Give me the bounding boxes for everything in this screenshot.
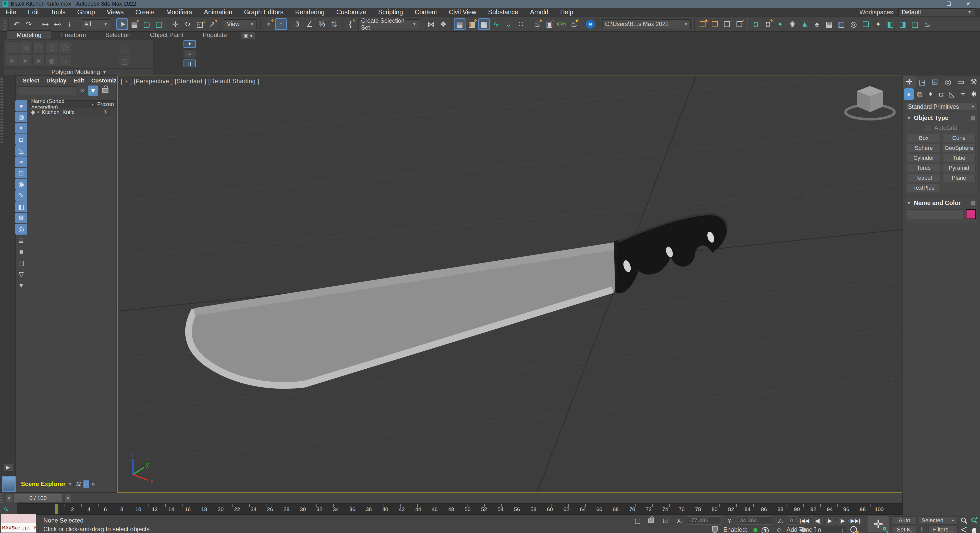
panel-left-icon[interactable]: ◧ — [885, 18, 896, 30]
absolute-mode-icon[interactable]: ⊡ — [662, 517, 668, 525]
set-keys-button[interactable]: ✛ — [867, 516, 889, 532]
pin-rollout-icon[interactable]: ▦ — [971, 200, 976, 206]
ribbon-tab[interactable]: Freeform — [51, 31, 95, 39]
primitive-button[interactable]: Cylinder — [907, 154, 940, 162]
filter-lights-icon[interactable]: ✦ — [15, 123, 27, 134]
undo-icon[interactable]: ↶ — [11, 18, 22, 30]
filter-frozen-icon[interactable]: ❆ — [15, 213, 27, 223]
scene-explorer-header[interactable]: Name (Sorted Ascending) ▲ Frozen — [29, 100, 116, 108]
tab-create[interactable]: ✛ — [903, 76, 916, 88]
pine-tree-icon[interactable]: ♠ — [811, 18, 823, 30]
key-filter-icon[interactable]: ⚷ — [920, 526, 924, 532]
menu-item[interactable]: Substance — [482, 8, 524, 16]
y-coordinate-field[interactable]: 34,384 — [738, 516, 772, 525]
select-and-move-icon[interactable]: ✛ — [169, 18, 181, 30]
menu-item[interactable]: Scripting — [372, 8, 409, 16]
mirror-icon[interactable]: ⋈ — [425, 18, 437, 30]
asset-share-icon[interactable]: ❐↗ — [733, 18, 745, 30]
vertex-mode-icon[interactable]: ∵ — [6, 41, 18, 53]
filter-settings-icon[interactable]: ▽ — [15, 269, 27, 280]
renderer-label-icon[interactable]: OVN — [556, 18, 568, 30]
listener-badge[interactable]: 1 — [762, 526, 769, 533]
render-setup-icon[interactable]: ▣♨ — [544, 18, 555, 30]
project-folder-icon[interactable]: ❐✱ — [697, 18, 708, 30]
time-configuration-icon[interactable] — [850, 526, 857, 533]
menu-item[interactable]: Animation — [198, 8, 238, 16]
snaps-toggle-icon[interactable]: 3⌒ — [291, 18, 303, 30]
curve-editor-icon[interactable]: ∿ — [490, 18, 502, 30]
object-type-rollout-header[interactable]: ▼ Object Type ▦ — [904, 113, 978, 123]
select-and-place-icon[interactable]: ↗● — [206, 18, 218, 30]
collapse-stack-icon[interactable]: ▥ — [119, 56, 130, 66]
primitive-button[interactable]: Teapot — [907, 174, 940, 182]
camera-icon[interactable]: ◘ — [750, 18, 762, 30]
menu-item[interactable]: Customize — [331, 8, 372, 16]
polygon-mode-icon[interactable]: ▯ — [46, 41, 58, 53]
arnold-icon[interactable]: a — [584, 18, 596, 30]
toggle-scene-explorer-icon[interactable]: ▤ — [454, 18, 466, 30]
filter-xrefs-icon[interactable]: ◉ — [15, 179, 27, 190]
current-frame-field[interactable]: 0 ▲▼ — [816, 526, 846, 533]
tab-motion[interactable]: ◎ — [942, 76, 955, 88]
go-to-end-button[interactable]: ▶▶| — [849, 516, 862, 525]
scene-explorer-title-dropdown[interactable]: Scene Explorer ▾ — [18, 480, 74, 488]
pan-hand-icon[interactable] — [970, 526, 978, 533]
cat-cameras[interactable]: ◘ — [936, 88, 946, 100]
scene-explorer-menu[interactable]: Select — [19, 77, 43, 84]
polygon-modeling-caption[interactable]: Polygon Modeling ▼ — [4, 68, 154, 76]
menu-item[interactable]: Graph Editors — [238, 8, 289, 16]
element-mode-icon[interactable]: ⬠ — [59, 41, 71, 53]
scene-explorer-menu[interactable]: Display — [43, 77, 70, 84]
scene-explorer-menu[interactable]: Edit — [70, 77, 88, 84]
selection-filter-dropdown[interactable]: All▼ — [82, 19, 110, 29]
tab-display[interactable]: ▭ — [954, 76, 967, 88]
scene-explorer-search-input[interactable] — [18, 86, 76, 95]
viewport-canvas[interactable]: x y z — [118, 76, 902, 492]
clear-search-icon[interactable]: ✕ — [78, 87, 86, 95]
align-icon[interactable]: ❖ — [438, 18, 449, 30]
go-to-start-button[interactable]: |◀◀ — [798, 516, 811, 525]
frame-spinner[interactable]: ▲▼ — [842, 528, 844, 533]
slider-grip[interactable] — [0, 494, 3, 503]
scene-object-row[interactable]: ◉ ● Kitchen_Knife ✳ — [29, 108, 116, 116]
menu-item[interactable]: Help — [554, 8, 579, 16]
primitive-button[interactable]: Box — [907, 134, 940, 142]
tree-doc-icon[interactable]: ▥ — [835, 18, 847, 30]
primitive-button[interactable]: Plane — [942, 174, 976, 182]
border-mode-icon[interactable]: ◠ — [32, 41, 45, 53]
maxscript-pink-row[interactable] — [1, 514, 36, 523]
layers-stack-icon[interactable]: ❏ — [860, 18, 872, 30]
menu-item[interactable]: Modifiers — [161, 8, 198, 16]
toggle-ribbon-icon[interactable]: ▦ — [478, 18, 490, 30]
toggle-shaded-icon[interactable]: ✦ — [183, 40, 196, 48]
lock-icon[interactable] — [102, 88, 108, 93]
render-production-icon[interactable]: ♨⚡ — [568, 18, 580, 30]
modify-stack-icon[interactable]: ▤ — [119, 44, 130, 54]
cat-helpers[interactable]: ◺ — [947, 88, 957, 100]
filter-spacewarps-icon[interactable]: ≈ — [15, 156, 27, 167]
toolbar-grip[interactable] — [3, 18, 6, 30]
named-selection-set-dropdown[interactable]: Create Selection Set▼ — [358, 19, 419, 29]
dock-grip[interactable] — [0, 76, 3, 143]
primitive-button[interactable]: TextPlus — [907, 184, 940, 192]
frozen-state-icon[interactable]: ✳ — [97, 109, 115, 115]
object-name-field[interactable] — [907, 209, 963, 219]
unlink-selection-icon[interactable]: ⊷ — [52, 18, 63, 30]
previous-frame-button[interactable]: ◀| — [812, 516, 823, 525]
play-button[interactable]: ▶ — [824, 516, 835, 525]
list-view-icon[interactable]: ≣ — [15, 235, 27, 246]
menu-item[interactable]: Edit — [22, 8, 45, 16]
sun-light-icon[interactable]: ✺ — [787, 18, 798, 30]
field-of-view-icon[interactable] — [959, 526, 968, 533]
ribbon-tab[interactable]: Populate — [193, 31, 237, 39]
asset-link-icon[interactable]: ❐↙ — [721, 18, 733, 30]
filter-bones-icon[interactable]: ✎ — [15, 190, 27, 201]
panel-split-icon[interactable]: ◫ — [909, 18, 921, 30]
filter-hidden-icon[interactable]: ◎ — [15, 224, 27, 235]
shield-icon[interactable] — [712, 526, 718, 533]
idea-bulb-icon[interactable]: ✦ — [872, 18, 884, 30]
viewport-label[interactable]: [ + ] [Perspective ] [Standard ] [Defaul… — [121, 78, 259, 85]
key-filters-button[interactable]: Filters... — [928, 526, 958, 533]
autogrid-checkbox[interactable] — [925, 125, 931, 131]
edit-named-selection-sets-icon[interactable]: {✎ — [345, 18, 356, 30]
